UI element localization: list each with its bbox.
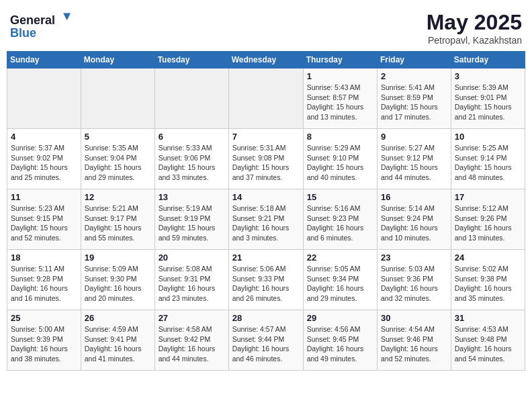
day-info: Sunrise: 5:25 AM Sunset: 9:14 PM Dayligh… — [455, 143, 521, 183]
day-number: 18 — [11, 253, 77, 263]
logo-svg: General Blue — [10, 10, 71, 40]
calendar-cell: 30Sunrise: 4:54 AM Sunset: 9:46 PM Dayli… — [378, 310, 451, 371]
calendar-cell: 7Sunrise: 5:31 AM Sunset: 9:08 PM Daylig… — [228, 129, 303, 189]
day-number: 31 — [455, 313, 521, 323]
page-header: General Blue May 2025 Petropavl, Kazakhs… — [7, 7, 525, 46]
day-header-monday: Monday — [81, 52, 154, 68]
day-info: Sunrise: 5:03 AM Sunset: 9:36 PM Dayligh… — [381, 264, 447, 304]
calendar-header-row: SundayMondayTuesdayWednesdayThursdayFrid… — [7, 52, 525, 68]
day-info: Sunrise: 5:12 AM Sunset: 9:26 PM Dayligh… — [455, 203, 521, 243]
calendar-cell: 26Sunrise: 4:59 AM Sunset: 9:41 PM Dayli… — [81, 310, 154, 371]
calendar-cell: 31Sunrise: 4:53 AM Sunset: 9:48 PM Dayli… — [451, 310, 525, 371]
calendar-cell: 1Sunrise: 5:43 AM Sunset: 8:57 PM Daylig… — [303, 68, 377, 129]
day-info: Sunrise: 5:16 AM Sunset: 9:23 PM Dayligh… — [307, 203, 373, 243]
calendar-subtitle: Petropavl, Kazakhstan — [427, 35, 522, 46]
day-number: 5 — [85, 132, 151, 142]
day-number: 22 — [307, 253, 373, 263]
day-info: Sunrise: 5:05 AM Sunset: 9:34 PM Dayligh… — [307, 264, 373, 304]
day-info: Sunrise: 5:35 AM Sunset: 9:04 PM Dayligh… — [85, 143, 151, 183]
svg-text:Blue: Blue — [10, 27, 36, 40]
day-number: 3 — [455, 71, 521, 81]
day-number: 8 — [307, 132, 373, 142]
day-number: 21 — [232, 253, 300, 263]
day-number: 15 — [307, 192, 373, 202]
day-header-thursday: Thursday — [303, 52, 377, 68]
calendar-week-row: 11Sunrise: 5:23 AM Sunset: 9:15 PM Dayli… — [7, 189, 525, 250]
day-number: 28 — [232, 313, 300, 323]
day-info: Sunrise: 5:06 AM Sunset: 9:33 PM Dayligh… — [232, 264, 300, 304]
day-info: Sunrise: 5:14 AM Sunset: 9:24 PM Dayligh… — [381, 203, 447, 243]
calendar-cell: 28Sunrise: 4:57 AM Sunset: 9:44 PM Dayli… — [228, 310, 303, 371]
calendar-week-row: 1Sunrise: 5:43 AM Sunset: 8:57 PM Daylig… — [7, 68, 525, 129]
day-info: Sunrise: 5:00 AM Sunset: 9:39 PM Dayligh… — [11, 324, 77, 364]
day-header-tuesday: Tuesday — [154, 52, 228, 68]
day-number: 23 — [381, 253, 447, 263]
logo: General Blue — [10, 10, 71, 40]
day-number: 12 — [85, 192, 151, 202]
calendar-cell: 13Sunrise: 5:19 AM Sunset: 9:19 PM Dayli… — [154, 189, 228, 250]
day-info: Sunrise: 5:09 AM Sunset: 9:30 PM Dayligh… — [85, 264, 151, 304]
calendar-cell: 27Sunrise: 4:58 AM Sunset: 9:42 PM Dayli… — [154, 310, 228, 371]
calendar-cell: 18Sunrise: 5:11 AM Sunset: 9:28 PM Dayli… — [7, 250, 81, 310]
calendar-cell: 20Sunrise: 5:08 AM Sunset: 9:31 PM Dayli… — [154, 250, 228, 310]
day-number: 10 — [455, 132, 521, 142]
calendar-cell: 10Sunrise: 5:25 AM Sunset: 9:14 PM Dayli… — [451, 129, 525, 189]
svg-text:General: General — [10, 13, 55, 27]
day-info: Sunrise: 5:41 AM Sunset: 8:59 PM Dayligh… — [381, 83, 447, 122]
day-number: 16 — [381, 192, 447, 202]
day-number: 25 — [11, 313, 77, 323]
calendar-cell: 5Sunrise: 5:35 AM Sunset: 9:04 PM Daylig… — [81, 129, 154, 189]
day-info: Sunrise: 4:56 AM Sunset: 9:45 PM Dayligh… — [307, 324, 373, 364]
day-header-saturday: Saturday — [451, 52, 525, 68]
title-block: May 2025 Petropavl, Kazakhstan — [427, 10, 522, 46]
svg-marker-1 — [63, 13, 71, 21]
calendar-week-row: 18Sunrise: 5:11 AM Sunset: 9:28 PM Dayli… — [7, 250, 525, 310]
calendar-cell: 8Sunrise: 5:29 AM Sunset: 9:10 PM Daylig… — [303, 129, 377, 189]
calendar-cell: 12Sunrise: 5:21 AM Sunset: 9:17 PM Dayli… — [81, 189, 154, 250]
day-header-wednesday: Wednesday — [228, 52, 303, 68]
day-number: 19 — [85, 253, 151, 263]
day-info: Sunrise: 5:19 AM Sunset: 9:19 PM Dayligh… — [159, 203, 225, 243]
day-info: Sunrise: 5:37 AM Sunset: 9:02 PM Dayligh… — [11, 143, 77, 183]
calendar-cell: 2Sunrise: 5:41 AM Sunset: 8:59 PM Daylig… — [378, 68, 451, 129]
calendar-cell: 14Sunrise: 5:18 AM Sunset: 9:21 PM Dayli… — [228, 189, 303, 250]
calendar-cell: 17Sunrise: 5:12 AM Sunset: 9:26 PM Dayli… — [451, 189, 525, 250]
calendar-cell: 24Sunrise: 5:02 AM Sunset: 9:38 PM Dayli… — [451, 250, 525, 310]
day-number: 30 — [381, 313, 447, 323]
calendar-cell — [228, 68, 303, 129]
calendar-cell: 21Sunrise: 5:06 AM Sunset: 9:33 PM Dayli… — [228, 250, 303, 310]
calendar-cell: 23Sunrise: 5:03 AM Sunset: 9:36 PM Dayli… — [378, 250, 451, 310]
calendar-cell: 3Sunrise: 5:39 AM Sunset: 9:01 PM Daylig… — [451, 68, 525, 129]
day-number: 20 — [159, 253, 225, 263]
day-number: 24 — [455, 253, 521, 263]
day-number: 2 — [381, 71, 447, 81]
day-number: 7 — [232, 132, 300, 142]
day-number: 29 — [307, 313, 373, 323]
day-info: Sunrise: 5:33 AM Sunset: 9:06 PM Dayligh… — [159, 143, 225, 183]
day-info: Sunrise: 5:18 AM Sunset: 9:21 PM Dayligh… — [232, 203, 300, 243]
calendar-cell: 16Sunrise: 5:14 AM Sunset: 9:24 PM Dayli… — [378, 189, 451, 250]
calendar-cell — [7, 68, 81, 129]
day-number: 14 — [232, 192, 300, 202]
calendar-cell: 15Sunrise: 5:16 AM Sunset: 9:23 PM Dayli… — [303, 189, 377, 250]
day-info: Sunrise: 4:58 AM Sunset: 9:42 PM Dayligh… — [159, 324, 225, 364]
day-info: Sunrise: 4:57 AM Sunset: 9:44 PM Dayligh… — [232, 324, 300, 364]
day-info: Sunrise: 4:59 AM Sunset: 9:41 PM Dayligh… — [85, 324, 151, 364]
calendar-week-row: 25Sunrise: 5:00 AM Sunset: 9:39 PM Dayli… — [7, 310, 525, 371]
calendar-week-row: 4Sunrise: 5:37 AM Sunset: 9:02 PM Daylig… — [7, 129, 525, 189]
day-info: Sunrise: 5:02 AM Sunset: 9:38 PM Dayligh… — [455, 264, 521, 304]
day-header-sunday: Sunday — [7, 52, 81, 68]
day-number: 6 — [159, 132, 225, 142]
calendar-title: May 2025 — [427, 10, 522, 35]
day-info: Sunrise: 5:43 AM Sunset: 8:57 PM Dayligh… — [307, 83, 373, 122]
calendar-cell: 29Sunrise: 4:56 AM Sunset: 9:45 PM Dayli… — [303, 310, 377, 371]
day-header-friday: Friday — [378, 52, 451, 68]
calendar-table: SundayMondayTuesdayWednesdayThursdayFrid… — [7, 51, 525, 371]
calendar-cell: 19Sunrise: 5:09 AM Sunset: 9:30 PM Dayli… — [81, 250, 154, 310]
calendar-cell: 22Sunrise: 5:05 AM Sunset: 9:34 PM Dayli… — [303, 250, 377, 310]
calendar-cell: 9Sunrise: 5:27 AM Sunset: 9:12 PM Daylig… — [378, 129, 451, 189]
day-info: Sunrise: 5:21 AM Sunset: 9:17 PM Dayligh… — [85, 203, 151, 243]
day-info: Sunrise: 5:29 AM Sunset: 9:10 PM Dayligh… — [307, 143, 373, 183]
calendar-cell: 6Sunrise: 5:33 AM Sunset: 9:06 PM Daylig… — [154, 129, 228, 189]
calendar-cell: 11Sunrise: 5:23 AM Sunset: 9:15 PM Dayli… — [7, 189, 81, 250]
